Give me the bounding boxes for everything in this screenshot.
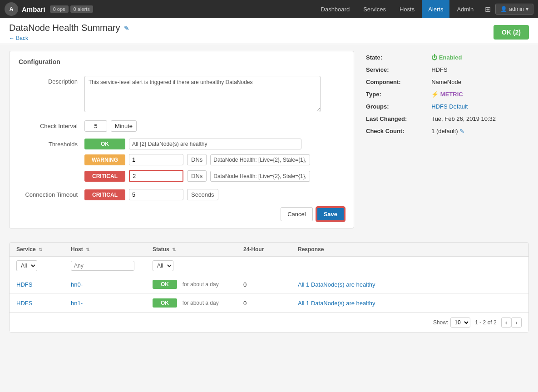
groups-value[interactable]: HDFS Default [429,101,528,112]
critical-threshold-input[interactable] [129,170,183,182]
th-host: Host ⇅ [71,246,153,253]
page-title-area: DataNode Health Summary ✎ Back [9,23,129,41]
save-button[interactable]: Save [316,207,345,221]
warning-unit: DNs [187,154,207,165]
config-section: Configuration Description Check Interval… [9,51,354,235]
page-title-text: DataNode Health Summary [9,23,120,33]
check-interval-row: Check Interval Minute [19,120,345,132]
description-textarea[interactable] [84,76,321,112]
thresholds-label: Thresholds [19,139,78,148]
info-section: State: ⏻ Enabled Service: HDFS Component… [363,51,529,235]
threshold-critical-row: CRITICAL DNs [84,170,345,182]
row2-status: OK for about a day [153,298,243,308]
row2-response: All 1 DataNode(s) are healthy [298,300,522,307]
brand-logo-area[interactable]: A Ambari [5,2,45,16]
next-page-button[interactable]: › [511,318,522,327]
warning-threshold-text[interactable] [210,154,310,165]
table-header: Service ⇅ Host ⇅ Status ⇅ 24-Hour Respon… [10,243,528,257]
th-response: Response [298,246,522,253]
page-size-select[interactable]: 10 25 50 [450,318,470,327]
sort-status-icon[interactable]: ⇅ [172,247,176,252]
ok-status-badge[interactable]: OK (2) [494,25,529,40]
alerts-badge[interactable]: 0 alerts [70,5,93,13]
groups-label: Groups: [364,101,429,112]
admin-label: admin [509,6,524,12]
check-interval-label: Check Interval [19,120,78,129]
check-count-edit-icon[interactable]: ✎ [459,128,464,134]
info-table: State: ⏻ Enabled Service: HDFS Component… [363,51,529,138]
warning-threshold-btn: WARNING [84,154,125,165]
warning-threshold-input[interactable] [129,154,183,165]
info-type-row: Type: ⚡ METRIC [364,89,528,100]
thresholds-area: OK WARNING DNs CRITICAL [84,139,345,182]
nav-hosts[interactable]: Hosts [393,0,421,18]
nav-alerts[interactable]: Alerts [422,0,449,18]
top-navigation: A Ambari 0 ops 0 alerts Dashboard Servic… [0,0,538,18]
back-link[interactable]: Back [9,35,129,41]
ambari-logo: A [5,2,18,16]
table-filter-row: All All [10,257,528,275]
row1-service: HDFS [16,281,71,288]
main-content: Configuration Description Check Interval… [0,44,538,339]
type-value: ⚡ METRIC [429,89,528,100]
service-label: Service: [364,64,429,75]
sort-host-icon[interactable]: ⇅ [86,247,89,252]
nav-services[interactable]: Services [357,0,392,18]
grid-icon[interactable]: ⊞ [481,2,494,16]
info-groups-row: Groups: HDFS Default [364,101,528,112]
state-value: ⏻ Enabled [429,52,528,63]
dropdown-icon: ▾ [526,6,528,12]
last-changed-label: Last Changed: [364,113,429,124]
page-header: DataNode Health Summary ✎ Back OK (2) [0,18,538,44]
description-label: Description [19,76,78,85]
description-value [84,76,345,114]
row2-response-link[interactable]: All 1 DataNode(s) are healthy [298,300,375,307]
cancel-button[interactable]: Cancel [281,207,312,221]
sort-service-icon[interactable]: ⇅ [39,247,42,252]
ops-badge[interactable]: 0 ops [50,5,69,13]
row2-host-link[interactable]: hn1- [71,300,83,307]
info-state-row: State: ⏻ Enabled [364,52,528,63]
component-label: Component: [364,76,429,88]
edit-title-icon[interactable]: ✎ [124,25,129,32]
config-title: Configuration [19,58,345,69]
admin-menu-button[interactable]: 👤 admin ▾ [495,4,533,15]
row2-service: HDFS [16,300,71,307]
conn-timeout-value: CRITICAL Seconds [84,189,345,200]
conn-timeout-critical-btn: CRITICAL [84,189,125,200]
status-filter-select[interactable]: All [153,260,173,271]
page-info: 1 - 2 of 2 [475,319,496,326]
critical-threshold-text[interactable] [210,171,310,182]
row1-status: OK for about a day [153,280,243,289]
table-row: HDFS hn1- OK for about a day 0 All 1 Dat… [10,294,528,313]
service-filter-cell: All [16,260,71,271]
conn-timeout-unit: Seconds [187,189,218,200]
page-title: DataNode Health Summary ✎ [9,23,129,33]
ok-threshold-text[interactable] [129,139,301,149]
thresholds-row: Thresholds OK WARNING DNs [19,139,345,182]
power-icon: ⏻ [431,54,439,61]
nav-admin[interactable]: Admin [450,0,480,18]
conn-timeout-row: Connection Timeout CRITICAL Seconds [19,189,345,200]
service-value: HDFS [429,64,528,75]
info-check-count-row: Check Count: 1 (default) ✎ [364,125,528,137]
conn-timeout-input[interactable] [129,189,183,200]
check-count-label: Check Count: [364,125,429,137]
critical-unit: DNs [187,170,207,182]
row1-response-link[interactable]: All 1 DataNode(s) are healthy [298,281,375,288]
host-filter-input[interactable] [71,261,134,271]
user-icon: 👤 [500,6,507,12]
row2-duration: for about a day [183,300,219,306]
row1-host-link[interactable]: hn0- [71,281,83,288]
prev-page-button[interactable]: ‹ [501,318,512,327]
last-changed-value: Tue, Feb 26, 2019 10:32 [429,113,528,124]
check-interval-input[interactable] [84,120,107,132]
status-filter-cell: All [153,260,243,271]
row2-service-link[interactable]: HDFS [16,300,32,307]
state-label: State: [364,52,429,63]
row1-service-link[interactable]: HDFS [16,281,32,288]
service-filter-select[interactable]: All [16,260,37,271]
pagination-row: Show: 10 25 50 1 - 2 of 2 ‹ › [10,313,528,332]
nav-dashboard[interactable]: Dashboard [315,0,356,18]
type-label: Type: [364,89,429,100]
